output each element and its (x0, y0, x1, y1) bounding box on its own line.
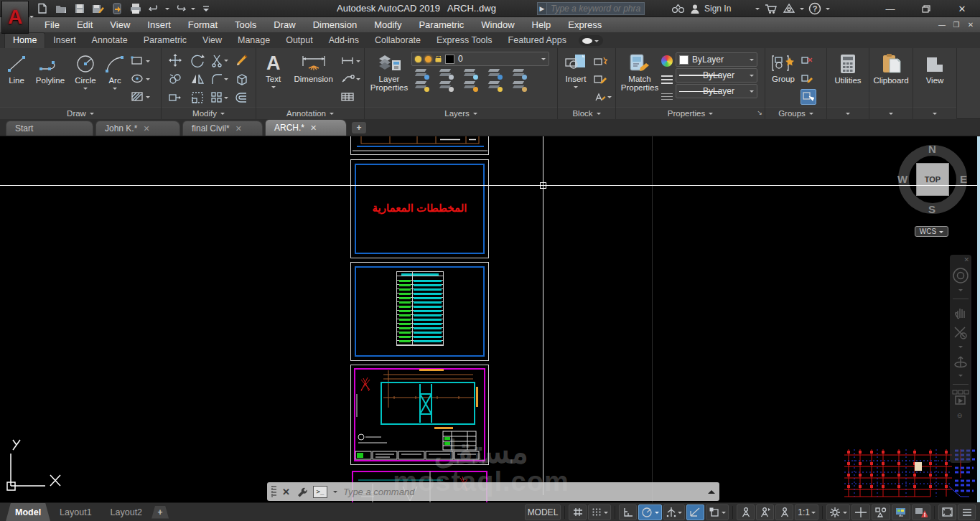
layout1-tab[interactable]: Layout1 (50, 503, 101, 521)
group-edit-button[interactable] (799, 71, 818, 87)
redo-button[interactable] (172, 1, 188, 16)
layer-unlock-button[interactable] (487, 80, 502, 90)
ribbon-tab-parametric[interactable]: Parametric (136, 33, 195, 48)
new-drawing-tab-button[interactable]: + (352, 122, 366, 133)
navbar-caret-icon[interactable] (958, 289, 963, 294)
dimension-button[interactable]: Dimension (288, 50, 339, 107)
menu-edit[interactable]: Edit (68, 17, 101, 32)
layer-match-button[interactable] (512, 68, 526, 78)
cart-icon[interactable] (764, 3, 778, 14)
view-button[interactable]: View (915, 50, 954, 107)
menu-draw[interactable]: Draw (265, 17, 304, 32)
scale-button[interactable] (186, 88, 208, 107)
menu-help[interactable]: Help (523, 17, 560, 32)
zoom-icon[interactable] (953, 325, 969, 341)
panel-label-layers[interactable]: Layers (365, 107, 557, 119)
snap-mode-button[interactable] (588, 504, 611, 520)
close-tab-icon[interactable]: ✕ (143, 124, 149, 133)
command-prompt-caret-icon[interactable] (333, 491, 337, 495)
command-drag-handle[interactable] (271, 486, 276, 497)
panel-label-groups[interactable]: Groups (765, 107, 826, 119)
search-binoculars-icon[interactable] (671, 4, 686, 14)
help-icon[interactable]: ? (808, 2, 821, 15)
object-snap-tracking-button[interactable] (686, 504, 704, 520)
orbit-icon[interactable] (953, 355, 969, 370)
pan-hand-icon[interactable] (953, 304, 969, 320)
a360-caret-icon[interactable] (800, 8, 804, 12)
panel-label-modify[interactable]: Modify (162, 107, 256, 119)
new-layout-button[interactable]: + (151, 506, 169, 519)
ribbon-tab-addins[interactable]: Add-ins (321, 33, 367, 48)
circle-caret-icon[interactable] (83, 88, 88, 92)
leader-button[interactable] (339, 71, 362, 87)
showmotion-icon[interactable] (952, 390, 969, 408)
ribbon-tab-manage[interactable]: Manage (230, 33, 278, 48)
ribbon-tab-view[interactable]: View (195, 33, 230, 48)
logo-caret-icon[interactable] (29, 16, 34, 20)
command-prompt-icon[interactable]: >_ (313, 486, 327, 498)
qat-customize-button[interactable] (198, 1, 214, 16)
menu-file[interactable]: File (36, 17, 68, 32)
hardware-acceleration-button[interactable] (892, 504, 910, 520)
sign-in-button[interactable]: Sign In (704, 4, 731, 14)
polyline-button[interactable]: Polyline (31, 50, 70, 107)
circle-button[interactable]: Circle (70, 50, 101, 107)
isolate-objects-button[interactable] (872, 504, 890, 520)
stretch-button[interactable] (164, 88, 186, 107)
redo-caret-icon[interactable] (191, 8, 195, 12)
move-button[interactable] (164, 51, 186, 70)
transfer-button[interactable] (109, 1, 125, 16)
panel-label-properties[interactable]: Properties↘ (616, 107, 765, 119)
table-button[interactable] (339, 89, 362, 105)
layer-thaw-all-button[interactable] (463, 80, 477, 90)
layout2-tab[interactable]: Layout2 (101, 503, 151, 521)
close-button[interactable]: ✕ (944, 0, 980, 17)
menu-format[interactable]: Format (179, 17, 226, 32)
model-space-button[interactable]: MODEL (525, 504, 561, 520)
navbar-caret-icon[interactable] (958, 346, 963, 350)
clipboard-button[interactable]: Clipboard (872, 50, 910, 107)
ellipse-tool-button[interactable] (129, 71, 151, 87)
save-as-button[interactable] (90, 1, 106, 16)
ribbon-tab-insert[interactable]: Insert (45, 33, 83, 48)
menu-window[interactable]: Window (472, 17, 523, 32)
ribbon-tab-express-tools[interactable]: Express Tools (429, 33, 500, 48)
insert-block-button[interactable]: Insert (560, 50, 592, 107)
ribbon-tab-home[interactable]: Home (4, 32, 45, 48)
graphics-alert-button[interactable] (912, 504, 930, 520)
layer-paint-button[interactable] (512, 80, 526, 90)
command-history-up-icon[interactable] (708, 487, 715, 494)
properties-dialog-launcher[interactable]: ↘ (757, 109, 762, 116)
help-search-input[interactable] (547, 2, 645, 15)
doc-restore-button[interactable]: ❐ (950, 19, 963, 31)
layer-off-button[interactable] (414, 80, 429, 90)
rectangle-tool-button[interactable] (129, 53, 151, 69)
define-attributes-button[interactable] (592, 89, 613, 105)
text-button[interactable]: A Text (258, 50, 288, 107)
a360-icon[interactable] (783, 3, 795, 14)
annotation-visibility-button[interactable] (737, 504, 755, 520)
undo-button[interactable] (146, 1, 162, 16)
command-input[interactable] (343, 487, 702, 497)
group-button[interactable]: Group (767, 50, 799, 107)
layer-freeze-button[interactable] (463, 68, 477, 78)
polar-tracking-button[interactable] (638, 504, 662, 520)
isometric-drafting-button[interactable] (663, 504, 685, 520)
close-tab-icon[interactable]: ✕ (310, 123, 317, 133)
ortho-mode-button[interactable] (619, 504, 637, 520)
hatch-tool-button[interactable] (129, 89, 151, 105)
workspace-switching-button[interactable] (826, 504, 850, 520)
mirror-button[interactable] (186, 70, 208, 88)
menu-tools[interactable]: Tools (226, 17, 265, 32)
menu-dimension[interactable]: Dimension (304, 17, 365, 32)
offset-button[interactable] (230, 88, 253, 107)
copy-button[interactable] (164, 70, 186, 88)
trim-button[interactable] (208, 51, 230, 70)
match-properties-button[interactable]: MatchProperties (618, 50, 661, 107)
arc-button[interactable]: Arc (101, 50, 129, 107)
fillet-button[interactable] (208, 70, 230, 88)
group-selection-toggle[interactable] (799, 89, 818, 105)
insert-caret-icon[interactable] (574, 86, 578, 90)
annotation-autoscale-button[interactable] (756, 504, 774, 520)
annotation-scale-value-button[interactable]: 1:1 (795, 504, 818, 520)
